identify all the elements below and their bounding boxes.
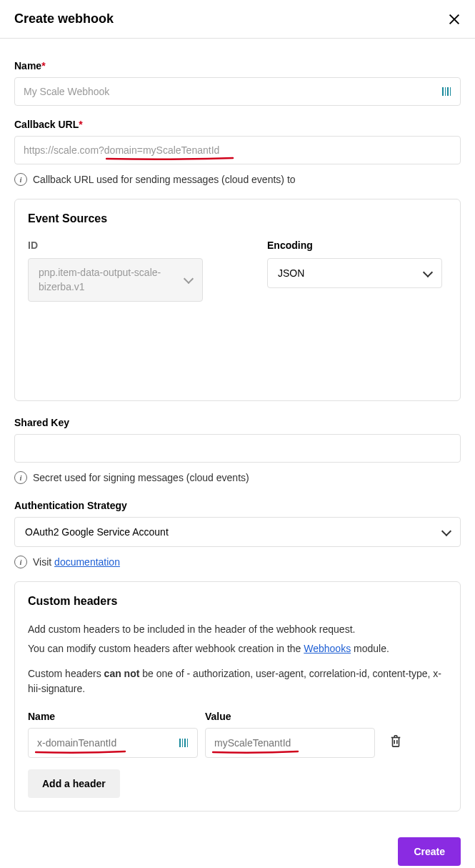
create-button[interactable]: Create	[398, 837, 461, 866]
header-value-label: Value	[205, 711, 375, 722]
generate-icon[interactable]	[179, 738, 189, 748]
callback-helper-text: Callback URL used for sending messages (…	[33, 174, 296, 185]
header-name-input[interactable]	[28, 728, 198, 758]
info-icon: i	[14, 556, 27, 568]
encoding-label: Encoding	[267, 240, 442, 251]
name-label: Name*	[14, 60, 461, 71]
auth-strategy-select[interactable]: OAuth2 Google Service Account	[14, 517, 461, 547]
name-input[interactable]	[14, 77, 461, 106]
event-sources-title: Event Sources	[28, 212, 447, 225]
chevron-down-icon	[423, 267, 433, 277]
event-source-id-label: ID	[28, 240, 203, 251]
svg-rect-3	[450, 87, 451, 96]
info-icon: i	[14, 471, 27, 484]
event-source-id-select[interactable]: pnp.item-data-output-scale-bizerba.v1	[28, 258, 203, 302]
auth-strategy-label: Authentication Strategy	[14, 500, 461, 511]
callback-url-label: Callback URL*	[14, 119, 461, 130]
chevron-down-icon	[184, 274, 194, 284]
header-name-label: Name	[28, 711, 198, 722]
header-value-input[interactable]	[205, 728, 375, 758]
encoding-select[interactable]: JSON	[267, 258, 442, 288]
documentation-link[interactable]: documentation	[54, 556, 120, 568]
webhooks-link[interactable]: Webhooks	[304, 643, 351, 654]
add-header-button[interactable]: Add a header	[28, 769, 120, 798]
svg-rect-6	[184, 739, 186, 747]
event-sources-card: Event Sources ID pnp.item-data-output-sc…	[14, 199, 461, 401]
custom-headers-title: Custom headers	[28, 595, 447, 608]
custom-headers-description: Add custom headers to be included in the…	[28, 622, 447, 696]
callback-url-input[interactable]	[14, 136, 461, 164]
chevron-down-icon	[441, 526, 451, 536]
auth-helper-text: Visit documentation	[33, 556, 120, 568]
svg-rect-4	[179, 739, 181, 747]
close-icon[interactable]	[448, 13, 461, 26]
generate-icon[interactable]	[442, 87, 452, 97]
shared-key-input[interactable]	[14, 434, 461, 463]
svg-rect-7	[187, 739, 188, 747]
svg-rect-5	[182, 739, 183, 747]
shared-key-helper-text: Secret used for signing messages (cloud …	[33, 472, 249, 483]
info-icon: i	[14, 173, 27, 186]
svg-rect-1	[445, 87, 446, 96]
svg-rect-0	[442, 87, 444, 96]
modal-title: Create webhook	[14, 11, 114, 26]
svg-rect-2	[447, 87, 449, 96]
delete-icon[interactable]	[389, 738, 402, 750]
shared-key-label: Shared Key	[14, 417, 461, 428]
custom-headers-card: Custom headers Add custom headers to be …	[14, 581, 461, 812]
